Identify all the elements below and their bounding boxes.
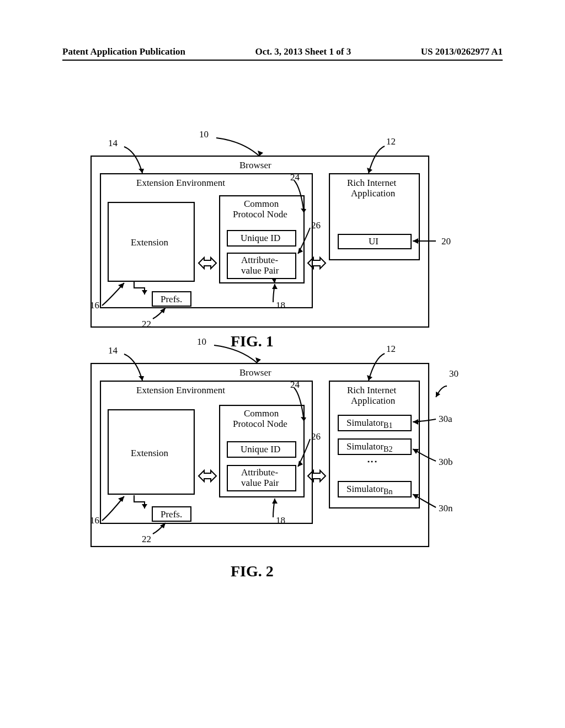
fig2-ref-10: 10 <box>197 336 206 347</box>
fig2-ref-14: 14 <box>108 345 118 356</box>
page: Patent Application Publication Oct. 3, 2… <box>0 0 565 728</box>
fig2-ref-30b: 30b <box>439 457 453 468</box>
fig2-ref-22: 22 <box>142 534 151 545</box>
fig2-ref-12: 12 <box>386 344 396 355</box>
fig2-ref-30: 30 <box>449 368 459 379</box>
fig2-caption: FIG. 2 <box>231 563 274 580</box>
fig2-ref-30n: 30n <box>439 503 453 514</box>
fig2-ref-24: 24 <box>290 379 300 390</box>
fig2-ref-26: 26 <box>311 431 321 442</box>
fig2-ref-30a: 30a <box>439 414 452 425</box>
fig2-ref-16: 16 <box>90 515 99 526</box>
fig2-ref-18: 18 <box>276 515 285 526</box>
